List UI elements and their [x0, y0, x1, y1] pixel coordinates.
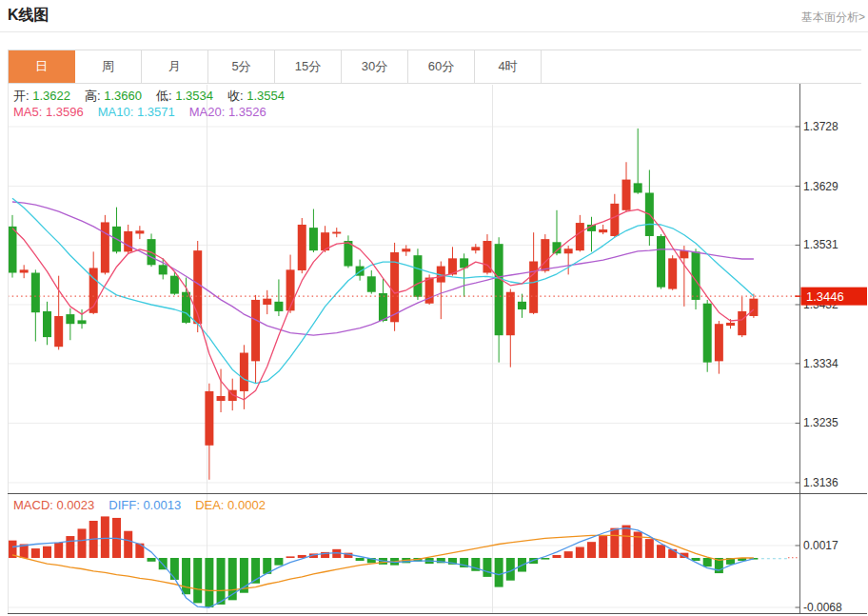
candle[interactable] — [437, 262, 445, 320]
legend-item: DIFF: 0.0013 — [108, 498, 181, 512]
candle[interactable] — [460, 253, 468, 296]
candle[interactable] — [749, 294, 758, 318]
axis-tick-label: 1.3629 — [803, 180, 838, 193]
candle[interactable] — [286, 255, 295, 313]
macd-bar — [622, 526, 631, 558]
macd-bar — [483, 558, 491, 577]
candle[interactable] — [495, 237, 503, 362]
macd-bar — [101, 516, 109, 558]
macd-bar — [124, 531, 132, 558]
macd-bar — [54, 543, 63, 558]
candle[interactable] — [622, 162, 631, 211]
ma-legend: MA5: 1.3596MA10: 1.3571MA20: 1.3526 — [13, 105, 281, 119]
legend-item: 高: 1.3660 — [85, 89, 142, 103]
candle[interactable] — [715, 321, 723, 374]
legend-item: DEA: 0.0002 — [195, 498, 266, 512]
legend-item: MA5: 1.3596 — [13, 105, 84, 119]
candle[interactable] — [251, 295, 260, 384]
legend-item: MA20: 1.3526 — [189, 105, 266, 119]
candle[interactable] — [599, 225, 607, 234]
candle[interactable] — [193, 241, 202, 332]
candle[interactable] — [124, 225, 132, 254]
period-tab-60分[interactable]: 60分 — [408, 50, 475, 83]
candle[interactable] — [332, 228, 341, 237]
macd-legend: MACD: 0.0023DIFF: 0.0013DEA: 0.0002 — [13, 498, 280, 512]
period-tab-4时[interactable]: 4时 — [475, 50, 542, 83]
ohlc-legend: 开: 1.3622高: 1.3660低: 1.3534收: 1.3554 — [13, 89, 299, 103]
candle[interactable] — [668, 255, 677, 290]
macd-bar — [552, 555, 561, 558]
candle[interactable] — [344, 235, 352, 268]
tabbar-filler — [542, 50, 861, 83]
candle[interactable] — [692, 248, 700, 309]
macd-bar — [356, 558, 365, 561]
macd-bar — [170, 558, 179, 580]
axis-labels: 1.37281.36291.35311.34321.33341.32351.31… — [796, 120, 843, 614]
macd-bar — [610, 528, 619, 558]
candle[interactable] — [101, 215, 109, 275]
candle[interactable] — [112, 208, 121, 254]
axis-tick-label: 1.3136 — [803, 476, 838, 489]
candle[interactable] — [379, 279, 387, 322]
fundamental-analysis-link[interactable]: 基本面分析> — [801, 10, 865, 26]
candle[interactable] — [367, 270, 376, 294]
candle[interactable] — [587, 217, 596, 252]
candle[interactable] — [518, 294, 526, 318]
macd-bar — [645, 539, 654, 558]
candle[interactable] — [402, 245, 410, 255]
chart-frame — [8, 84, 867, 614]
diff-line — [12, 528, 754, 607]
axis-tick-label: 1.3728 — [803, 120, 838, 133]
period-tab-周[interactable]: 周 — [75, 50, 142, 83]
macd-bar — [182, 558, 190, 594]
candle[interactable] — [541, 234, 549, 272]
candle[interactable] — [576, 215, 584, 252]
axis-tick-label: -0.0068 — [803, 601, 842, 614]
candle[interactable] — [205, 384, 213, 480]
candle[interactable] — [309, 209, 318, 252]
axis-tick-label: 1.3235 — [803, 416, 838, 429]
period-tab-日[interactable]: 日 — [9, 50, 75, 83]
macd-bar — [634, 531, 642, 558]
candle[interactable] — [9, 215, 17, 278]
macd-bar — [78, 528, 87, 558]
macd-bar — [217, 558, 226, 605]
candle[interactable] — [634, 129, 642, 194]
candle[interactable] — [703, 300, 712, 372]
axis-tick-label: 0.0017 — [803, 539, 838, 552]
period-tab-5分[interactable]: 5分 — [208, 50, 275, 83]
macd-bar — [703, 558, 712, 566]
candles-layer — [9, 129, 759, 480]
candle[interactable] — [413, 248, 422, 300]
candle[interactable] — [274, 279, 283, 316]
macd-bar — [31, 548, 40, 558]
candle[interactable] — [43, 302, 51, 345]
candle[interactable] — [89, 251, 98, 314]
legend-item: 开: 1.3622 — [13, 89, 70, 103]
candle[interactable] — [645, 169, 654, 246]
period-tab-30分[interactable]: 30分 — [342, 50, 408, 83]
legend-item: MACD: 0.0023 — [13, 498, 94, 512]
legend-item: 收: 1.3554 — [227, 89, 285, 103]
candle[interactable] — [263, 290, 271, 314]
candle[interactable] — [31, 269, 40, 341]
macd-bar — [541, 558, 549, 560]
candle[interactable] — [20, 265, 29, 278]
kline-chart[interactable]: 1.37281.36291.35311.34321.33341.32351.31… — [0, 84, 868, 616]
header-divider — [0, 31, 868, 32]
candle[interactable] — [54, 276, 63, 350]
candle[interactable] — [680, 246, 688, 307]
candle[interactable] — [506, 289, 515, 368]
period-tab-月[interactable]: 月 — [142, 50, 208, 83]
candle[interactable] — [66, 308, 74, 340]
candle[interactable] — [657, 234, 665, 288]
candle[interactable] — [148, 233, 156, 267]
candle[interactable] — [135, 226, 144, 239]
macd-bar — [286, 556, 295, 558]
candle[interactable] — [390, 243, 399, 331]
period-tab-15分[interactable]: 15分 — [275, 50, 342, 83]
macd-bar — [193, 558, 202, 603]
candle[interactable] — [298, 218, 306, 273]
candle[interactable] — [564, 246, 573, 274]
macd-bar — [587, 542, 596, 558]
